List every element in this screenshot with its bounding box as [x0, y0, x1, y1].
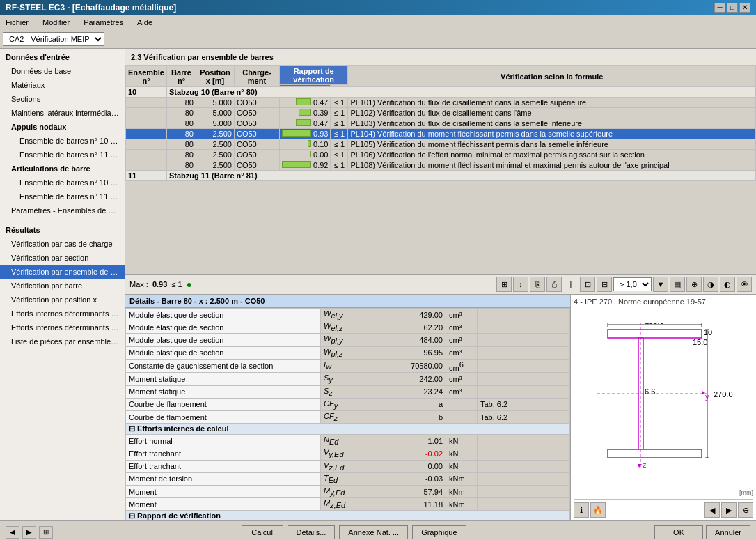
sidebar-item-materiaux[interactable]: Matériaux: [0, 78, 125, 92]
close-button[interactable]: ✕: [739, 3, 750, 13]
col-subheader-le: [331, 85, 348, 87]
copy-button[interactable]: ⊡: [580, 277, 595, 292]
table-row[interactable]: 80 2.500 CO50 0.92 ≤ 1 PL108) Vérificati…: [126, 160, 756, 171]
graphique-button[interactable]: Graphique: [412, 525, 466, 539]
sort-button[interactable]: ↕: [513, 277, 528, 292]
details-table-container[interactable]: Module élastique de section Wel,y 429.00…: [125, 308, 570, 520]
menu-aide[interactable]: Aide: [134, 17, 155, 27]
detail-unit: cm³: [446, 321, 478, 334]
group-row-1[interactable]: 10 Stabzug 10 (Barre n° 80): [126, 87, 756, 98]
view-btn2[interactable]: ⊕: [686, 277, 702, 292]
cell-le: ≤ 1: [331, 118, 348, 129]
sidebar-item-donnees-base[interactable]: Données de base: [0, 64, 125, 78]
calcul-button[interactable]: Calcul: [242, 525, 283, 539]
cell-barre: 80: [166, 150, 196, 160]
view-btn3[interactable]: ◑: [703, 277, 718, 292]
table-row[interactable]: 80 2.500 CO50 0.00 ≤ 1 PL106) Vérificati…: [126, 150, 756, 160]
cell-ratio: 0.00: [279, 150, 330, 160]
annuler-button[interactable]: Annuler: [706, 525, 750, 539]
svg-text:10: 10: [704, 328, 712, 337]
menu-fichier[interactable]: Fichier: [3, 17, 31, 27]
detail-label: Courbe de flambement: [126, 410, 321, 423]
cell-le: ≤ 1: [331, 108, 348, 118]
group-row-2[interactable]: 11 Stabzug 11 (Barre n° 81): [126, 171, 756, 181]
content-header: 2.3 Vérification par ensemble de barres: [125, 49, 756, 65]
detail-extra: [478, 385, 570, 398]
sidebar-item-ensemble-11a[interactable]: Ensemble de barres n° 11 -...: [0, 148, 125, 162]
cell-ratio: 0.93: [279, 129, 330, 139]
sidebar-item-ensemble-11b[interactable]: Ensemble de barres n° 11 -...: [0, 190, 125, 203]
cell-ensemble: [126, 139, 167, 150]
annexe-button[interactable]: Annexe Nat. ...: [339, 525, 408, 539]
view-btn4[interactable]: ◐: [720, 277, 735, 292]
section-svg-container: 135.0 270.0 10 6.6 15.0: [574, 309, 753, 489]
title-bar: RF-STEEL EC3 - [Echaffaudage métallique]…: [0, 0, 756, 15]
maximize-button[interactable]: □: [727, 3, 738, 13]
status-btn-1[interactable]: ◀: [6, 526, 19, 539]
section-header-label-2: ⊟ Rapport de vérification: [126, 511, 570, 520]
section-zoom-btn[interactable]: ⊕: [738, 502, 753, 518]
cell-pos: 2.500: [196, 139, 234, 150]
detail-unit: kN: [446, 460, 478, 472]
sidebar-item-maintiens[interactable]: Maintiens latéraux intermédiaires: [0, 106, 125, 120]
export-button[interactable]: ⎘: [530, 277, 545, 292]
detail-symbol: TEd: [321, 472, 397, 485]
view-btn5[interactable]: 👁: [737, 277, 752, 292]
status-btn-2[interactable]: ▶: [22, 526, 36, 539]
section-svg: 135.0 270.0 10 6.6 15.0: [594, 323, 733, 476]
cell-ensemble: [126, 160, 167, 171]
sidebar-item-ensemble-10b[interactable]: Ensemble de barres n° 10 -...: [0, 176, 125, 190]
menu-modifier[interactable]: Modifier: [40, 17, 72, 27]
section-fwd-btn[interactable]: ▶: [721, 502, 737, 518]
window-controls[interactable]: ─ □ ✕: [714, 3, 750, 13]
view-btn1[interactable]: ▤: [670, 277, 685, 292]
col-header-formule: Vérification selon la formule: [348, 66, 756, 87]
sidebar-item-appuis-nodaux[interactable]: Appuis nodaux: [0, 120, 125, 134]
cell-charge: CO50: [234, 129, 279, 139]
cell-ratio: 0.92: [279, 160, 330, 171]
upper-table-container[interactable]: Ensemblen° Barren° Positionx [m] Charge-…: [125, 65, 756, 275]
main-container: Données d'entrée Données de base Matéria…: [0, 49, 756, 520]
ok-button[interactable]: OK: [654, 525, 703, 539]
sidebar-item-verif-barre[interactable]: Vérification par barre: [0, 279, 125, 293]
table-row[interactable]: 80 5.000 CO50 0.39 ≤ 1 PL102) Vérificati…: [126, 108, 756, 118]
detail-unit: cm³: [446, 346, 478, 359]
paste-button[interactable]: ⊟: [597, 277, 612, 292]
detail-extra: [478, 460, 570, 472]
sidebar-item-ensemble-10a[interactable]: Ensemble de barres n° 10 -...: [0, 134, 125, 148]
zoom-combo[interactable]: > 1,0: [613, 277, 652, 291]
cell-formula: PL102) Vérification du flux de cisaillem…: [348, 108, 756, 118]
sidebar-item-verif-position[interactable]: Vérification par position x: [0, 293, 125, 307]
table-row[interactable]: 80 2.500 CO50 0.10 ≤ 1 PL105) Vérificati…: [126, 139, 756, 150]
detail-row: Courbe de flambement CFy a Tab. 6.2: [126, 398, 570, 410]
minimize-button[interactable]: ─: [714, 3, 725, 13]
zoom-dropdown-btn[interactable]: ▼: [653, 277, 668, 292]
sidebar-item-verif-section[interactable]: Vérification par section: [0, 251, 125, 265]
detail-value: a: [397, 398, 446, 410]
detail-row: Moment statique Sz 23.24 cm³: [126, 385, 570, 398]
menu-parametres[interactable]: Paramètres: [81, 17, 126, 27]
status-btn-3[interactable]: ⊞: [39, 526, 53, 539]
section-back-btn[interactable]: ◀: [704, 502, 720, 518]
table-row[interactable]: 80 5.000 CO50 0.47 ≤ 1 PL103) Vérificati…: [126, 118, 756, 129]
sidebar-item-parametres[interactable]: Paramètres - Ensembles de bar...: [0, 203, 125, 217]
detail-unit: cm³: [446, 385, 478, 398]
sidebar-item-verif-ensemble[interactable]: Vérification par ensemble de ba...: [0, 265, 125, 279]
sidebar-item-verif-cas[interactable]: Vérification par cas de charge: [0, 237, 125, 251]
details-button[interactable]: Détails...: [288, 525, 336, 539]
case-dropdown[interactable]: CA2 - Vérification MEIP: [3, 32, 104, 46]
print-button[interactable]: ⎙: [546, 277, 562, 292]
sidebar-item-articulations[interactable]: Articulations de barre: [0, 162, 125, 176]
sidebar-item-efforts2[interactable]: Efforts internes déterminants p...: [0, 321, 125, 334]
detail-value: -0.02: [397, 447, 446, 460]
sidebar-item-efforts1[interactable]: Efforts internes déterminants p...: [0, 307, 125, 321]
table-row[interactable]: 80 5.000 CO50 0.47 ≤ 1 PL101) Vérificati…: [126, 98, 756, 108]
sidebar-item-resultats[interactable]: Résultats: [0, 223, 125, 237]
sidebar-item-liste-pieces[interactable]: Liste de pièces par ensemble d...: [0, 334, 125, 348]
section-fire-btn[interactable]: 🔥: [590, 502, 606, 518]
table-row-selected[interactable]: 80 2.500 CO50 0.93 ≤ 1 PL104) Vérificati…: [126, 129, 756, 139]
filter-button[interactable]: ⊞: [496, 277, 512, 292]
sidebar-item-donnees-entree[interactable]: Données d'entrée: [0, 50, 125, 64]
sidebar-item-sections[interactable]: Sections: [0, 92, 125, 106]
section-info-btn[interactable]: ℹ: [574, 502, 589, 518]
